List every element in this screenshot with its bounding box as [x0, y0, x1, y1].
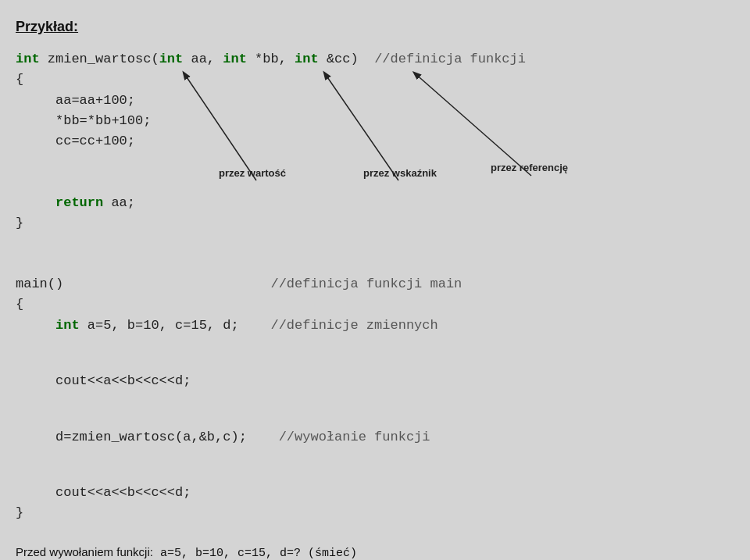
code-fn-name: zmien_wartosc( — [40, 52, 159, 66]
code-block: int zmien_wartosc(int aa, int *bb, int &… — [16, 49, 725, 524]
code-line-close2: } — [16, 503, 725, 523]
keyword-return: return — [55, 195, 103, 210]
bottom-label-1: Przed wywołaniem funkcji: — [16, 545, 153, 558]
code-int-decl: a=5, b=10, c=15, d; — [80, 318, 271, 333]
code-line-cout1: cout<<a<<b<<c<<d; — [16, 371, 725, 391]
code-call: d=zmien_wartosc(a,&b,c); — [55, 430, 279, 444]
code-line-cout2: cout<<a<<b<<c<<d; — [16, 483, 725, 503]
code-line-gap2 — [16, 254, 725, 274]
bottom-line-1: Przed wywołaniem funkcji: a=5, b=10, c=1… — [16, 543, 725, 560]
keyword-int-4: int — [295, 52, 319, 66]
comment-definicja: //definicja funkcji — [374, 52, 526, 66]
code-example: int zmien_wartosc(int aa, int *bb, int &… — [16, 49, 725, 524]
code-line-call: d=zmien_wartosc(a,&b,c); //wywołanie fun… — [16, 427, 725, 448]
code-param-bb: *bb, — [247, 52, 295, 66]
code-line-main: main() //definicja funkcji main — [16, 274, 725, 294]
code-main-fn: main() — [16, 276, 63, 291]
code-line-gap4 — [16, 406, 725, 426]
code-main-spaces — [63, 276, 270, 291]
code-param-cc: &cc) — [319, 52, 374, 66]
code-line-gap3 — [16, 351, 725, 371]
bottom-text: Przed wywołaniem funkcji: a=5, b=10, c=1… — [16, 543, 725, 560]
code-line-5: cc=cc+100; — [16, 131, 725, 152]
code-line-3: aa=aa+100; — [16, 91, 725, 111]
code-param-aa: aa, — [183, 52, 223, 66]
code-line-main-open: { — [16, 294, 725, 315]
comment-wywolanie: //wywołanie funkcji — [279, 430, 430, 444]
comment-zmiennych: //definicje zmiennych — [270, 318, 438, 333]
code-line-2: { — [16, 70, 725, 90]
bottom-values-1: a=5, b=10, c=15, d=? (śmieć) — [153, 547, 357, 560]
code-line-4: *bb=*bb+100; — [16, 111, 725, 131]
code-line-close1: } — [16, 213, 725, 234]
keyword-int-3: int — [223, 52, 247, 66]
keyword-int-2: int — [159, 52, 184, 66]
code-line-int-decl: int a=5, b=10, c=15, d; //definicje zmie… — [16, 316, 725, 336]
keyword-int-1: int — [16, 52, 40, 66]
keyword-int-main: int — [55, 318, 80, 333]
code-line-gap1 — [16, 172, 725, 192]
comment-main: //definicja funkcji main — [270, 276, 462, 291]
code-line-gap5 — [16, 462, 725, 483]
code-line-1: int zmien_wartosc(int aa, int *bb, int &… — [16, 49, 725, 70]
page-container: Przykład: int zmien_wartosc(int aa, int … — [16, 19, 725, 560]
code-line-return: return aa; — [16, 193, 725, 213]
code-return-val: aa; — [103, 195, 135, 210]
page-title: Przykład: — [16, 19, 725, 35]
